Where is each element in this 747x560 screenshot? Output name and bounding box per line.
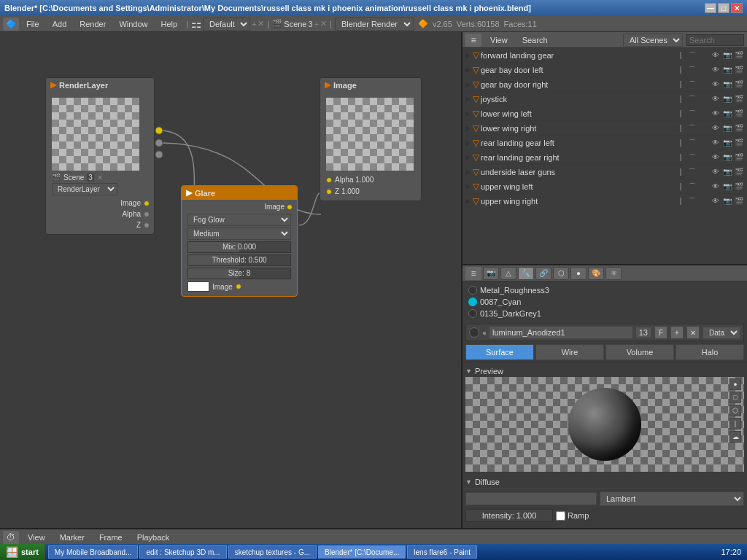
composite-node-header[interactable]: ▶ Image <box>320 78 421 92</box>
outliner-item[interactable]: ▶ ▽ lower wing left | ⌒ 👁 📷 🎬 <box>462 106 747 121</box>
glare-node[interactable]: ▶ Glare Image Fog Glow Me <box>181 185 298 297</box>
prop-material-btn[interactable]: ● <box>570 267 587 280</box>
menu-file[interactable]: File <box>20 18 45 30</box>
outliner-camera-icon-9[interactable]: 📷 <box>722 182 732 192</box>
prop-mesh-btn[interactable]: △ <box>500 267 516 280</box>
taskbar-item-4[interactable]: lens flare6 - Paint <box>407 545 477 559</box>
z-output-socket[interactable] <box>144 222 150 228</box>
outliner-eye-icon-9[interactable]: 👁 <box>711 182 721 192</box>
outliner-render-icon-3[interactable]: 🎬 <box>734 94 744 104</box>
timeline-frame-menu[interactable]: Frame <box>93 532 128 543</box>
outliner-eye-icon-7[interactable]: 👁 <box>711 152 721 163</box>
outliner-item[interactable]: ▶ ▽ lower wing right | ⌒ 👁 📷 🎬 <box>462 121 747 136</box>
outliner-render-icon-8[interactable]: 🎬 <box>734 167 744 177</box>
outliner-render-icon-4[interactable]: 🎬 <box>734 109 744 119</box>
taskbar-item-2[interactable]: sketchup textures - G... <box>228 545 317 559</box>
outliner-camera-icon-7[interactable]: 📷 <box>722 152 732 163</box>
outliner-eye-icon-10[interactable]: 👁 <box>711 196 721 206</box>
material-dark-item[interactable]: 0135_DarkGrey1 <box>465 308 744 319</box>
outliner-eye-icon-2[interactable]: 👁 <box>711 79 721 90</box>
outliner-item[interactable]: ▶ ▽ rear landing gear left | ⌒ 👁 📷 🎬 <box>462 136 747 150</box>
composite-node[interactable]: ▶ Image Alpha 1.000 Z 1.000 <box>320 77 422 201</box>
outliner-camera-icon-1[interactable]: 📷 <box>722 65 732 75</box>
prop-modifier-btn[interactable]: 🔧 <box>518 267 534 280</box>
preview-flat-btn[interactable]: □ <box>729 392 741 403</box>
outliner-render-icon-7[interactable]: 🎬 <box>734 152 744 163</box>
glare-type-dropdown[interactable]: Fog Glow <box>187 214 291 226</box>
minimize-button[interactable]: — <box>705 3 716 13</box>
tab-surface[interactable]: Surface <box>465 344 534 360</box>
outliner-search-input[interactable] <box>686 34 744 46</box>
outliner-item[interactable]: ▶ ▽ upper wing right | ⌒ 👁 📷 🎬 <box>462 194 747 209</box>
diffuse-color-swatch[interactable] <box>465 492 597 505</box>
taskbar-item-3[interactable]: Blender* [C:\Docume... <box>318 545 406 559</box>
menu-add[interactable]: Add <box>47 18 73 30</box>
outliner-eye-icon-0[interactable]: 👁 <box>711 50 721 61</box>
close-button[interactable]: ✕ <box>731 3 743 13</box>
alpha-output-socket[interactable] <box>144 211 150 217</box>
prop-constraint-btn[interactable]: 🔗 <box>535 267 551 280</box>
material-name-input[interactable] <box>489 327 632 338</box>
tab-halo[interactable]: Halo <box>676 344 744 360</box>
glare-size-slider[interactable]: Size: 8 <box>187 268 291 279</box>
menu-window[interactable]: Window <box>113 18 153 30</box>
material-data-dropdown[interactable]: Data <box>703 327 740 339</box>
outliner-render-icon-9[interactable]: 🎬 <box>734 182 744 192</box>
outliner-render-icon-0[interactable]: 🎬 <box>734 50 744 61</box>
prop-physics-btn[interactable]: ⚛ <box>605 267 622 280</box>
outliner-camera-icon-3[interactable]: 📷 <box>722 94 732 104</box>
maximize-button[interactable]: □ <box>718 3 729 13</box>
outliner-item[interactable]: ▶ ▽ rear landing gear right | ⌒ 👁 📷 🎬 <box>462 150 747 165</box>
material-roughness-item[interactable]: Metal_Roughness3 <box>465 284 744 296</box>
outliner-item[interactable]: ▶ ▽ underside laser guns | ⌒ 👁 📷 🎬 <box>462 165 747 179</box>
outliner-render-icon-6[interactable]: 🎬 <box>734 138 744 148</box>
start-button[interactable]: 🪟 start <box>0 544 45 560</box>
render-layer-dropdown[interactable]: RenderLayer <box>52 183 117 195</box>
outliner-eye-icon-4[interactable]: 👁 <box>711 109 721 119</box>
glare-threshold-slider[interactable]: Threshold: 0.500 <box>187 254 291 266</box>
outliner-camera-icon-5[interactable]: 📷 <box>722 123 732 133</box>
outliner-render-icon-1[interactable]: 🎬 <box>734 65 744 75</box>
comp-alpha-input[interactable] <box>326 177 332 183</box>
outliner-item[interactable]: ▶ ▽ gear bay door right | ⌒ 👁 📷 🎬 <box>462 77 747 92</box>
preview-bump-btn[interactable]: ⬡ <box>729 405 741 416</box>
glare-node-header[interactable]: ▶ Glare <box>182 186 297 200</box>
preview-sky-btn[interactable]: ☁ <box>729 431 741 443</box>
outliner-camera-icon-8[interactable]: 📷 <box>722 167 732 177</box>
outliner-render-icon-10[interactable]: 🎬 <box>734 196 744 206</box>
outliner-item[interactable]: ▶ ▽ upper wing left | ⌒ 👁 📷 🎬 <box>462 179 747 194</box>
timeline-view-menu[interactable]: View <box>22 532 51 543</box>
outliner-view-menu[interactable]: View <box>484 34 514 46</box>
outliner-scope-dropdown[interactable]: All Scenes <box>623 34 683 47</box>
material-flag-btn[interactable]: F <box>654 326 667 339</box>
layout-dropdown[interactable]: Default <box>203 18 250 31</box>
outliner-search-menu[interactable]: Search <box>516 34 554 46</box>
outliner-eye-icon-1[interactable]: 👁 <box>711 65 721 75</box>
glare-mix-slider[interactable]: Mix: 0.000 <box>187 241 291 253</box>
comp-z-input[interactable] <box>326 189 332 195</box>
outliner-eye-icon-3[interactable]: 👁 <box>711 94 721 104</box>
outliner-item[interactable]: ▶ ▽ forward landing gear | ⌒ 👁 📷 🎬 <box>462 48 747 63</box>
prop-data-btn[interactable]: ⬡ <box>553 267 569 280</box>
diffuse-shader-dropdown[interactable]: Lambert <box>600 491 744 506</box>
intensity-field[interactable]: Intensity: 1.000 <box>465 509 553 522</box>
outliner-render-icon-5[interactable]: 🎬 <box>734 123 744 133</box>
tab-volume[interactable]: Volume <box>605 344 674 360</box>
material-plus-btn[interactable]: + <box>670 326 684 339</box>
prop-camera-btn[interactable]: 📷 <box>483 267 499 280</box>
outliner-item[interactable]: ▶ ▽ gear bay door left | ⌒ 👁 📷 🎬 <box>462 63 747 77</box>
taskbar-item-0[interactable]: My Mobile Broadband... <box>48 545 139 559</box>
material-minus-btn[interactable]: ✕ <box>686 326 700 339</box>
taskbar-item-1[interactable]: edit : Sketchup 3D m... <box>139 545 226 559</box>
menu-help[interactable]: Help <box>155 18 184 30</box>
outliner-camera-icon-4[interactable]: 📷 <box>722 109 732 119</box>
timeline-marker-menu[interactable]: Marker <box>54 532 90 543</box>
outliner-item[interactable]: ▶ ▽ joystick | ⌒ 👁 📷 🎬 <box>462 92 747 106</box>
ramp-check[interactable]: Ramp <box>556 511 589 521</box>
glare-image-output[interactable] <box>236 284 241 289</box>
render-layer-node[interactable]: ▶ RenderLayer 🎬 Scene 3 ✕ RenderLayer <box>45 77 155 235</box>
outliner-eye-icon-8[interactable]: 👁 <box>711 167 721 177</box>
glare-image-input[interactable] <box>287 204 293 210</box>
renderer-dropdown[interactable]: Blender Render <box>335 18 414 31</box>
outliner-camera-icon-6[interactable]: 📷 <box>722 138 732 148</box>
